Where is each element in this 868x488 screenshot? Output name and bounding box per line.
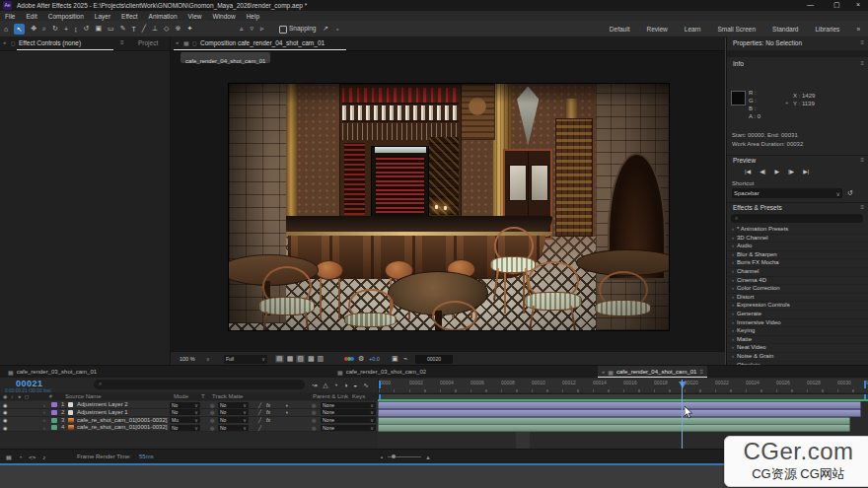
parent-pickwhip-icon[interactable]: ◎ [312, 425, 316, 431]
mode-dropdown[interactable]: No∨ [170, 425, 200, 431]
effects-category[interactable]: ›Immersive Video [727, 319, 868, 328]
zoom-tool-icon[interactable]: ⌕ [42, 25, 46, 33]
layer-bar-4[interactable] [378, 424, 850, 432]
expand-chevron-icon[interactable]: › [43, 417, 45, 423]
label-swatch[interactable] [51, 425, 57, 430]
col-track-matte[interactable]: Track Matte [212, 393, 243, 399]
maximize-button[interactable]: ▢ [833, 1, 840, 9]
audio-icon[interactable]: ♪ [42, 454, 45, 460]
channel-rgb-icon[interactable] [344, 357, 348, 361]
zoom-in-mountain-icon[interactable]: ▲ [425, 454, 431, 460]
work-area-end-bracket[interactable] [864, 381, 866, 388]
label-swatch[interactable] [51, 418, 57, 423]
col-source-name[interactable]: Source Name [65, 393, 102, 399]
zoom-out-mountain-icon[interactable]: ▲ [380, 454, 384, 459]
menu-layer[interactable]: Layer [95, 13, 110, 20]
quality-icon[interactable]: ╱ [258, 425, 261, 431]
time-ruler[interactable]: 0000 00002 00004 00006 00008 00010 00012… [378, 379, 868, 392]
parent-pickwhip-icon[interactable]: ◎ [312, 417, 316, 423]
effects-category[interactable]: ›3D Channel [727, 235, 868, 244]
snapping-checkbox[interactable] [279, 26, 287, 34]
layer-row-2[interactable]: ◉ › 2 Adjustment Layer 1 No∨ ◎ No∨ ╱ fx … [0, 409, 378, 417]
roto-brush-tool-icon[interactable]: ※ [176, 25, 181, 33]
effects-category[interactable]: ›Distort [727, 294, 868, 303]
col-t[interactable]: T [201, 393, 205, 399]
shy-icon[interactable]: ◔ [333, 382, 337, 388]
dolly-tool-icon[interactable]: ↨ [74, 26, 78, 33]
minimize-button[interactable]: — [807, 1, 814, 8]
graph-editor-icon[interactable]: ∿ [363, 382, 368, 389]
mode-dropdown[interactable]: No∨ [170, 402, 200, 408]
info-header[interactable]: Info [733, 60, 744, 67]
parent-dropdown[interactable]: None∨ [321, 402, 376, 408]
eye-toggle[interactable]: ◉ [3, 425, 7, 431]
zoom-slider-track[interactable] [388, 456, 421, 457]
zoom-slider-knob[interactable] [392, 454, 396, 458]
preview-header[interactable]: Preview [733, 157, 756, 164]
menu-animation[interactable]: Animation [149, 13, 178, 20]
tab-effect-controls[interactable]: Effect Controls (none) [19, 39, 81, 46]
workspace-review[interactable]: Review [646, 26, 667, 33]
viewer-timecode[interactable]: 00020 [415, 355, 453, 364]
current-time-field[interactable]: 00021 [16, 379, 43, 388]
effects-category[interactable]: ›Expression Controls [727, 302, 868, 311]
transparency-grid-icon[interactable]: ▩ [308, 355, 315, 363]
pan-camera-tool-icon[interactable]: + [64, 26, 68, 33]
quality-icon[interactable]: ╱ [258, 417, 261, 423]
effects-category[interactable]: ›Keying [727, 327, 868, 336]
flowchart-icon[interactable]: ▤ [6, 453, 12, 460]
home-tool-icon[interactable]: ⌂ [4, 26, 8, 33]
play-button[interactable]: ▶ [774, 168, 779, 174]
matte-pickwhip-icon[interactable]: ◎ [210, 409, 214, 415]
render-status-icon[interactable]: ◔ [19, 454, 23, 460]
menu-window[interactable]: Window [213, 13, 236, 20]
layer-row-1[interactable]: ◉ › 1 Adjustment Layer 2 No∨ ◎ No∨ ╱ fx … [0, 401, 378, 409]
effects-search-input[interactable]: ⌕ [731, 214, 863, 223]
workspace-default[interactable]: Default [610, 26, 630, 33]
eye-toggle[interactable]: ◉ [3, 409, 7, 415]
eye-toggle[interactable]: ◉ [3, 417, 7, 423]
pen-tool-icon[interactable]: ✎ [120, 25, 126, 33]
effects-category[interactable]: ›* Animation Presets [727, 226, 868, 235]
effects-category[interactable]: ›Channel [727, 268, 868, 277]
viewer-tab[interactable]: cafe_render_04_shot_cam_01 [181, 52, 270, 63]
hand-tool-icon[interactable]: ✥ [31, 25, 36, 33]
expand-chevron-icon[interactable]: › [43, 409, 45, 415]
menu-file[interactable]: File [5, 13, 15, 20]
effects-category[interactable]: ›Audio [727, 243, 868, 251]
composition-viewport[interactable] [229, 84, 669, 330]
close-button[interactable]: × [856, 1, 860, 8]
layer-name[interactable]: cafe_re_shot_cam_01[0001-0032].exr [77, 424, 168, 430]
magnification-caret-icon[interactable]: ∨ [206, 356, 210, 362]
reset-shortcut-icon[interactable]: ↺ [847, 189, 853, 197]
panel-menu-icon[interactable]: ≡ [860, 60, 864, 66]
work-area-start-bracket[interactable] [379, 381, 381, 388]
workspace-learn[interactable]: Learn [685, 26, 701, 33]
effects-category[interactable]: ›Matte [727, 336, 868, 345]
parent-dropdown[interactable]: None∨ [321, 425, 376, 431]
track-matte-dropdown[interactable]: No∨ [218, 425, 249, 431]
lock-icon[interactable]: ◻ [11, 40, 16, 46]
timeline-tab-2[interactable]: ▦ cafe_render_03_shot_cam_02 [337, 366, 426, 378]
mini-flowchart-icon[interactable]: ↝ [312, 382, 317, 389]
shortcut-dropdown[interactable]: Spacebar∨ [732, 188, 842, 198]
rotate-tool-icon[interactable]: ↺ [84, 25, 90, 33]
layer-name[interactable]: Adjustment Layer 2 [77, 401, 168, 407]
track-matte-dropdown[interactable]: No∨ [218, 409, 249, 415]
last-frame-button[interactable]: ▶| [803, 168, 809, 174]
properties-panel-header[interactable]: Properties: No Selection ≡ [727, 36, 868, 51]
adjustment-layer-icon[interactable]: ◐ [286, 402, 289, 408]
selection-tool-icon[interactable]: ↖ [14, 24, 25, 35]
eraser-tool-icon[interactable]: ◇ [164, 25, 169, 33]
layer-bar-3[interactable] [378, 417, 850, 425]
playhead-line[interactable] [682, 380, 683, 450]
fx-icon[interactable]: fx [266, 409, 270, 415]
motion-blur-icon[interactable]: ◒ [353, 382, 357, 388]
region-of-interest-icon[interactable]: ▧ [296, 355, 305, 363]
menu-help[interactable]: Help [247, 13, 259, 20]
resolution-dropdown[interactable]: Full∨ [224, 355, 267, 364]
menu-edit[interactable]: Edit [26, 13, 36, 20]
timeline-tab-1[interactable]: ▦ cafe_render_03_shot_cam_01 [8, 366, 97, 378]
lock-icon[interactable]: ◻ [192, 40, 197, 46]
label-swatch[interactable] [51, 402, 57, 407]
